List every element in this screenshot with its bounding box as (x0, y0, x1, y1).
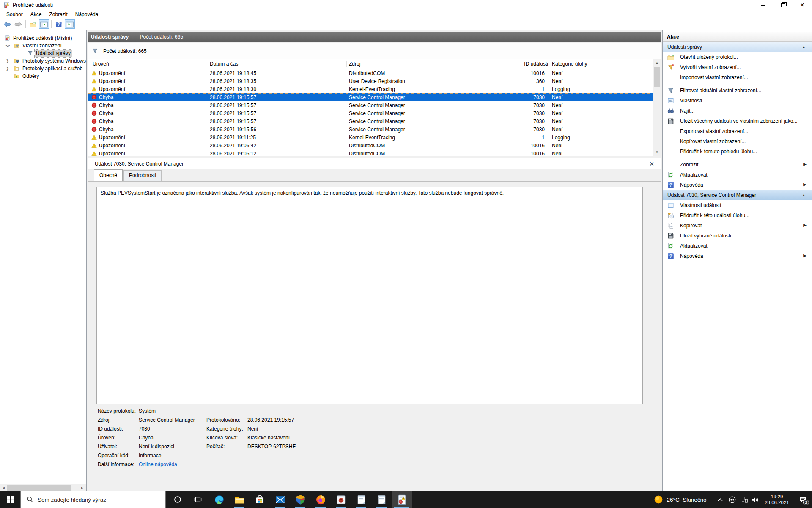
show-action-pane-button[interactable] (65, 19, 75, 29)
menu-soubor[interactable]: Soubor (3, 11, 27, 18)
restore-button[interactable] (773, 0, 793, 10)
menu-nápověda[interactable]: Nápověda (71, 11, 102, 18)
tree-item-ud-losti-spr-vy[interactable]: Události správy (0, 50, 86, 57)
actions-section-header[interactable]: Událost 7030, Service Control Manager▲ (663, 190, 812, 200)
action-otev-t-ulo-en-protokol[interactable]: Otevřít uložený protokol... (663, 52, 812, 62)
meet-now-button[interactable] (727, 491, 738, 508)
tree-expander-icon[interactable]: ❯ (6, 65, 10, 72)
tree-item-protokoly-syst-mu-windows[interactable]: ❯Protokoly systému Windows (0, 57, 86, 65)
forward-button[interactable] (13, 19, 23, 29)
action-vytvo-it-vlastn-zobrazen[interactable]: Vytvořit vlastní zobrazení... (663, 62, 812, 72)
scroll-down-arrow-icon[interactable]: ▼ (653, 149, 661, 156)
back-button[interactable] (2, 19, 12, 29)
tray-overflow-button[interactable] (715, 491, 726, 508)
event-row[interactable]: Chyba28.06.2021 19:15:56Service Control … (88, 125, 653, 133)
tree-item-vlastn-zobrazen-[interactable]: ❯Vlastní zobrazení (0, 42, 86, 50)
list-vertical-scrollbar[interactable]: ▲ ▼ (653, 59, 661, 156)
column-header-5[interactable]: Kategorie úlohy (552, 61, 587, 67)
network-button[interactable] (738, 491, 749, 508)
action-zobrazit[interactable]: Zobrazit▶ (663, 160, 812, 170)
event-row[interactable]: Upozornění28.06.2021 19:18:30Kernel-Even… (88, 85, 653, 93)
action-aktualizovat[interactable]: Aktualizovat (663, 241, 812, 251)
column-header-1[interactable]: Úroveň (93, 61, 109, 67)
event-row[interactable]: Upozornění28.06.2021 19:18:35User Device… (88, 77, 653, 85)
online-help-link[interactable]: Online nápověda (139, 461, 177, 467)
event-row[interactable]: Upozornění28.06.2021 19:05:12Distributed… (88, 149, 653, 156)
collapse-arrow-icon[interactable]: ▲ (802, 45, 806, 49)
column-divider[interactable] (207, 61, 207, 67)
column-divider[interactable] (346, 61, 347, 67)
tree-item-prohl-e-ud-lost-m-stn-[interactable]: Prohlížeč událostí (Místní) (0, 34, 86, 42)
taskbar-app-scanner-app[interactable] (331, 491, 351, 508)
tree-item-protokoly-aplikac-a-slu-eb[interactable]: ❯Protokoly aplikací a služeb (0, 65, 86, 72)
column-header-2[interactable]: Datum a čas (210, 61, 238, 67)
event-row[interactable]: Chyba28.06.2021 19:15:57Service Control … (88, 117, 653, 125)
action-p-idru-it-k-t-to-ud-losti-lohu[interactable]: Přidružit k této události úlohu... (663, 210, 812, 221)
taskbar-app-edge[interactable] (209, 491, 229, 508)
menu-zobrazit[interactable]: Zobrazit (45, 11, 71, 18)
taskbar-app-microsoft-store[interactable] (250, 491, 270, 508)
action-aktualizovat[interactable]: Aktualizovat (663, 170, 812, 180)
tree-item-odb-ry[interactable]: Odběry (0, 72, 86, 80)
tree-horizontal-scrollbar[interactable]: ◄ ► (0, 484, 86, 491)
taskbar-search[interactable] (20, 491, 166, 508)
taskbar-app-file-explorer[interactable] (229, 491, 250, 508)
taskbar-app-firefox[interactable] (310, 491, 331, 508)
column-divider[interactable] (550, 61, 550, 67)
event-row[interactable]: Upozornění28.06.2021 19:18:45Distributed… (88, 69, 653, 77)
action-kop-rovat[interactable]: Kopírovat▶ (663, 221, 812, 231)
event-row[interactable]: Chyba28.06.2021 19:15:57Service Control … (88, 93, 653, 101)
taskbar-app-security-app[interactable] (290, 491, 310, 508)
action-ulo-it-vybran-ud-losti[interactable]: Uložit vybrané události... (663, 231, 812, 241)
tree-expander-icon[interactable]: ❯ (6, 57, 10, 65)
action-exportovat-vlastn-zobrazen[interactable]: Exportovat vlastní zobrazení... (663, 126, 812, 136)
details-close-icon[interactable]: ✕ (648, 160, 656, 168)
column-header-3[interactable]: Zdroj (349, 61, 360, 67)
tab-podrobnosti[interactable]: Podrobnosti (123, 170, 162, 181)
action-vlastnosti[interactable]: Vlastnosti (663, 96, 812, 106)
cortana-button[interactable] (168, 491, 187, 508)
tab-obecné[interactable]: Obecné (94, 169, 123, 181)
event-row[interactable]: Chyba28.06.2021 19:15:57Service Control … (88, 101, 653, 109)
filter-row[interactable]: Počet událostí: 665 (88, 43, 661, 59)
action-filtrovat-aktu-ln-vlastn-zobrazen[interactable]: Filtrovat aktuální vlastní zobrazení... (663, 86, 812, 96)
taskbar-app-notepad[interactable] (351, 491, 371, 508)
minimize-button[interactable] (754, 0, 773, 10)
volume-button[interactable] (749, 491, 760, 508)
notification-center-button[interactable]: 2 (793, 491, 812, 508)
taskbar-app-notepad-2[interactable] (371, 491, 392, 508)
event-row[interactable]: Chyba28.06.2021 19:15:57Service Control … (88, 109, 653, 117)
event-row[interactable]: Upozornění28.06.2021 19:11:25Kernel-Even… (88, 133, 653, 141)
action-n-pov-da[interactable]: ?Nápověda▶ (663, 180, 812, 190)
search-input[interactable] (38, 497, 156, 503)
scroll-right-arrow-icon[interactable]: ► (79, 484, 86, 491)
scroll-thumb[interactable] (7, 485, 71, 491)
action-vlastnosti-ud-lost[interactable]: Vlastnosti událostí (663, 200, 812, 210)
collapse-arrow-icon[interactable]: ▲ (802, 193, 806, 197)
action-kop-rovat-vlastn-zobrazen[interactable]: Kopírovat vlastní zobrazení... (663, 136, 812, 146)
action-importovat-vlastn-zobrazen[interactable]: Importovat vlastní zobrazení... (663, 72, 812, 83)
tree-expander-icon[interactable]: ❯ (4, 44, 12, 48)
start-button[interactable] (0, 491, 20, 508)
open-saved-log-button[interactable] (28, 19, 38, 29)
action-p-idru-it-k-tomuto-pohledu-lohu[interactable]: Přidružit k tomuto pohledu úlohu... (663, 146, 812, 157)
menu-akce[interactable]: Akce (27, 11, 46, 18)
scroll-up-arrow-icon[interactable]: ▲ (653, 59, 661, 66)
action-ulo-it-v-echny-ud-losti-ve-vlastn-m-zobrazen-jako[interactable]: Uložit všechny události ve vlastním zobr… (663, 116, 812, 126)
close-button[interactable]: × (793, 0, 812, 10)
scroll-thumb[interactable] (654, 67, 660, 87)
clock[interactable]: 19:29 28.06.2021 (761, 491, 793, 508)
taskbar-app-event-viewer[interactable] (392, 491, 412, 508)
action-naj-t[interactable]: Najít... (663, 106, 812, 116)
scroll-left-arrow-icon[interactable]: ◄ (0, 484, 7, 491)
action-n-pov-da[interactable]: ?Nápověda▶ (663, 251, 812, 261)
column-divider[interactable] (521, 61, 521, 67)
show-console-tree-button[interactable] (39, 19, 49, 29)
actions-section-header[interactable]: Události správy▲ (663, 42, 812, 52)
task-view-button[interactable] (189, 491, 207, 508)
help-button[interactable]: ? (54, 19, 64, 29)
column-header-4[interactable]: ID události (490, 61, 548, 67)
event-row[interactable]: Upozornění28.06.2021 19:06:42Distributed… (88, 141, 653, 149)
taskbar-app-mail[interactable] (270, 491, 290, 508)
weather-widget[interactable]: 26°C Slunečno (648, 491, 712, 508)
